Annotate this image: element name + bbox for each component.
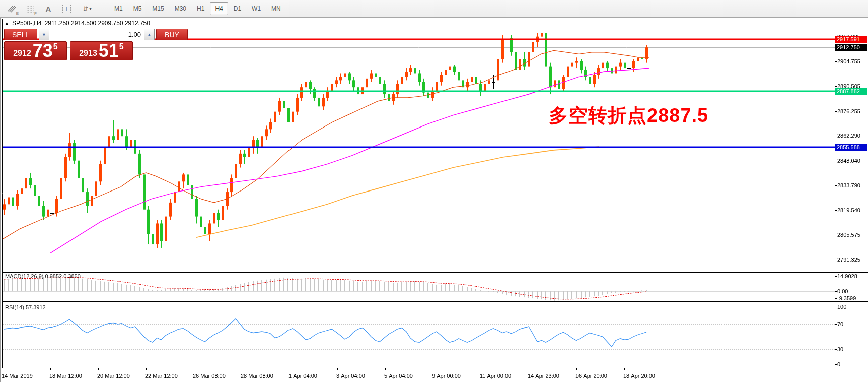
toolbar: E F A T ⇵ ▾ M1 M5 M15 M30 H1 H4 D1 W1 MN [0,0,868,18]
price-label-badge: 2912.750 [835,44,867,51]
sell-price-prefix: 2912 [13,49,31,57]
timeframe-w1-button[interactable]: W1 [247,2,266,15]
timeframe-m15-button[interactable]: M15 [147,2,169,15]
sell-price-sup: 5 [53,43,58,51]
toolbar-separator [102,3,106,14]
symbol-timeframe-label: SP500-,H4 [12,20,42,27]
one-click-trade-panel: SELL ▼ ▲ BUY 2912 73 5 2913 51 5 [4,29,133,60]
volume-input[interactable] [49,29,144,40]
text-label-icon: A [46,5,51,13]
chart-canvas[interactable] [0,18,868,382]
diagonal-lines-icon [8,5,17,13]
dotted-grid-icon [26,5,35,13]
sell-price-big: 73 [33,43,53,59]
chevron-down-icon: ▾ [89,7,91,11]
timeframe-m30-button[interactable]: M30 [170,2,191,15]
terminal-window: E F A T ⇵ ▾ M1 M5 M15 M30 H1 H4 D1 W1 MN [0,0,868,382]
macd-indicator-label: MACD(12,26,9) 0.9852 0.3850 [5,273,81,279]
buy-price-tile[interactable]: 2913 51 5 [70,41,133,60]
tool-sub-label: F [34,11,37,16]
sort-arrows-icon: ⇵ [83,5,89,13]
timeframe-h4-button[interactable]: H4 [210,2,228,15]
price-label-badge: 2887.882 [835,88,867,95]
spin-up-icon: ▲ [147,32,152,37]
buy-price-prefix: 2913 [79,49,97,57]
volume-decrease-button[interactable]: ▼ [39,29,49,40]
sell-price-tile[interactable]: 2912 73 5 [4,41,67,60]
text-annotation: 多空转折点2887.5 [549,103,708,129]
text-box-icon: T [62,5,71,13]
text-box-tool-button[interactable]: T [58,2,75,16]
expert-lines-tool-button[interactable]: E [4,2,20,16]
timeframe-m5-button[interactable]: M5 [128,2,147,15]
buy-button[interactable]: BUY [156,29,188,40]
fibonacci-grid-tool-button[interactable]: F [22,2,38,16]
ohlc-values: 2911.250 2914.500 2909.750 2912.750 [45,20,150,27]
collapse-arrow-icon[interactable]: ▲ [5,21,9,26]
chart-area: ▲ SP500-,H4 2911.250 2914.500 2909.750 2… [0,18,868,382]
sell-button[interactable]: SELL [4,29,37,40]
buy-price-sup: 5 [119,43,124,51]
timeframe-d1-button[interactable]: D1 [229,2,246,15]
buy-price-big: 51 [99,43,119,59]
tool-sub-label: E [16,11,19,16]
arrange-objects-button[interactable]: ⇵ ▾ [77,2,98,16]
price-label-badge: 2855.588 [835,144,867,151]
price-label-badge: 2917.591 [835,36,867,43]
timeframe-h1-button[interactable]: H1 [192,2,209,15]
timeframe-m1-button[interactable]: M1 [109,2,128,15]
volume-increase-button[interactable]: ▲ [144,29,155,40]
spin-down-icon: ▼ [42,32,46,37]
rsi-indicator-label: RSI(14) 57.3912 [5,304,46,310]
chart-symbol-header[interactable]: ▲ SP500-,H4 2911.250 2914.500 2909.750 2… [5,20,150,27]
timeframe-mn-button[interactable]: MN [266,2,286,15]
text-label-tool-button[interactable]: A [40,2,56,16]
